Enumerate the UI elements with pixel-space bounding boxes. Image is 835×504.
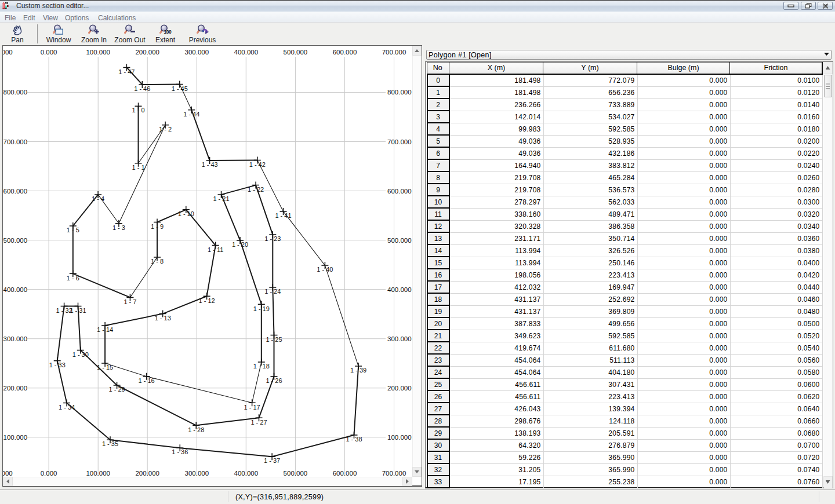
svg-text:1 - 2: 1 - 2	[159, 126, 172, 133]
svg-text:100.000: 100.000	[86, 49, 110, 56]
svg-text:1 - 0: 1 - 0	[132, 107, 144, 114]
svg-text:700.000: 700.000	[3, 138, 28, 145]
svg-text:0.000: 0.000	[41, 49, 57, 56]
svg-text:1 - 24: 1 - 24	[264, 288, 281, 295]
svg-text:1 - 3: 1 - 3	[112, 224, 125, 231]
svg-text:1 - 9: 1 - 9	[151, 223, 164, 230]
svg-text:1 - 16: 1 - 16	[139, 377, 155, 384]
svg-text:1 - 34: 1 - 34	[59, 404, 75, 411]
svg-text:1 - 14: 1 - 14	[97, 326, 113, 333]
svg-text:1 - 42: 1 - 42	[249, 161, 266, 168]
svg-text:1 - 13: 1 - 13	[155, 315, 171, 322]
svg-text:1 - 38: 1 - 38	[346, 436, 362, 443]
svg-text:1 - 12: 1 - 12	[199, 297, 215, 304]
svg-text:500.000: 500.000	[387, 237, 412, 244]
svg-text:1 - 11: 1 - 11	[208, 246, 223, 253]
svg-text:200.000: 200.000	[135, 470, 159, 477]
svg-text:1 - 47: 1 - 47	[118, 68, 135, 75]
svg-text:300.000: 300.000	[387, 335, 412, 342]
svg-text:300.000: 300.000	[185, 49, 209, 56]
svg-text:1 - 20: 1 - 20	[232, 241, 248, 248]
svg-text:1 - 10: 1 - 10	[178, 210, 194, 217]
svg-text:1 - 4: 1 - 4	[92, 195, 104, 202]
svg-text:700.000: 700.000	[387, 138, 412, 145]
svg-text:200.000: 200.000	[387, 385, 412, 392]
svg-text:400.000: 400.000	[387, 286, 412, 293]
svg-text:1 - 7: 1 - 7	[124, 298, 136, 305]
svg-text:700.000: 700.000	[382, 470, 406, 477]
svg-text:1 - 37: 1 - 37	[264, 457, 280, 464]
svg-text:1 - 26: 1 - 26	[266, 377, 282, 384]
svg-text:500.000: 500.000	[284, 470, 308, 477]
svg-text:1 - 8: 1 - 8	[151, 258, 164, 265]
svg-text:1 - 40: 1 - 40	[317, 266, 333, 273]
svg-text:600.000: 600.000	[3, 188, 28, 195]
svg-text:1 - 28: 1 - 28	[188, 426, 204, 433]
svg-text:600.000: 600.000	[387, 188, 412, 195]
svg-text:0.000: 0.000	[41, 470, 57, 477]
svg-text:400.000: 400.000	[3, 286, 28, 293]
svg-text:800.000: 800.000	[3, 89, 28, 96]
svg-text:1 - 23: 1 - 23	[264, 235, 281, 242]
svg-text:1 - 6: 1 - 6	[67, 275, 79, 282]
svg-text:500.000: 500.000	[3, 237, 28, 244]
svg-text:300.000: 300.000	[3, 335, 28, 342]
svg-text:100.000: 100.000	[387, 434, 412, 441]
svg-text:1 - 29: 1 - 29	[109, 386, 125, 393]
svg-text:1 - 5: 1 - 5	[67, 227, 79, 233]
svg-text:1 - 43: 1 - 43	[202, 161, 218, 168]
svg-text:1 - 15: 1 - 15	[97, 364, 113, 371]
svg-text:-100.000: -100.000	[3, 49, 13, 56]
svg-text:1 - 21: 1 - 21	[213, 195, 229, 202]
svg-text:100.000: 100.000	[86, 470, 110, 477]
svg-text:1 - 19: 1 - 19	[253, 305, 270, 312]
svg-text:300.000: 300.000	[185, 470, 209, 477]
svg-text:1 - 46: 1 - 46	[134, 85, 150, 92]
svg-text:1 - 1: 1 - 1	[132, 164, 144, 171]
svg-text:200.000: 200.000	[135, 49, 159, 56]
svg-text:1 - 22: 1 - 22	[248, 186, 264, 193]
svg-text:1 - 18: 1 - 18	[253, 363, 270, 370]
svg-text:1 - 41: 1 - 41	[275, 212, 291, 219]
svg-text:1 - 44: 1 - 44	[183, 111, 199, 118]
svg-text:1 - 33: 1 - 33	[49, 361, 66, 368]
svg-text:800.000: 800.000	[387, 89, 412, 96]
svg-text:1 - 25: 1 - 25	[266, 336, 282, 343]
svg-text:700.000: 700.000	[382, 49, 406, 56]
svg-text:600.000: 600.000	[333, 470, 357, 477]
svg-text:-100.000: -100.000	[3, 470, 13, 477]
svg-text:1 - 32: 1 - 32	[56, 307, 72, 314]
svg-text:1 - 45: 1 - 45	[172, 85, 188, 92]
svg-text:200.000: 200.000	[3, 385, 28, 392]
svg-text:1 - 27: 1 - 27	[251, 419, 267, 426]
svg-text:600.000: 600.000	[333, 49, 357, 56]
svg-text:500.000: 500.000	[284, 49, 308, 56]
svg-text:1 - 39: 1 - 39	[350, 367, 366, 374]
svg-text:1 - 30: 1 - 30	[72, 351, 89, 358]
svg-text:1 - 17: 1 - 17	[244, 404, 260, 411]
svg-text:1 - 36: 1 - 36	[172, 448, 188, 455]
svg-text:100: 100	[164, 29, 171, 35]
svg-text:100.000: 100.000	[3, 434, 28, 441]
svg-text:400.000: 400.000	[234, 470, 259, 477]
svg-text:400.000: 400.000	[234, 49, 259, 56]
svg-text:1 - 35: 1 - 35	[102, 440, 118, 447]
